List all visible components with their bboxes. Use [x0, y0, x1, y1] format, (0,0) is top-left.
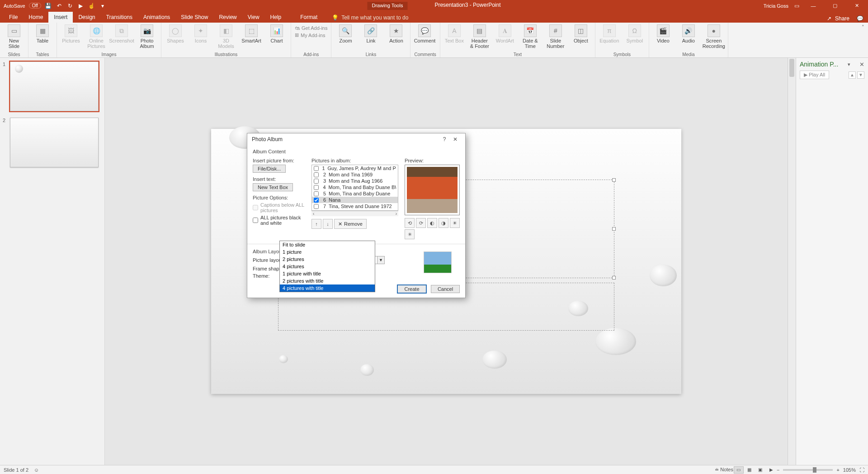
save-icon[interactable]: 💾: [45, 2, 52, 9]
move-up-icon[interactable]: ▲: [849, 71, 856, 79]
collapse-ribbon-icon[interactable]: ˄: [862, 24, 864, 30]
comments-pane-icon[interactable]: 💬: [857, 15, 863, 22]
pane-dropdown-icon[interactable]: ▾: [848, 62, 850, 67]
list-item-checkbox[interactable]: [314, 191, 319, 196]
list-item-checkbox[interactable]: [314, 198, 319, 203]
list-item[interactable]: 1Guy, James P, Audrey M and Paul M Coll: [312, 165, 398, 171]
zoom-slider[interactable]: [783, 469, 833, 471]
move-down-icon[interactable]: ▼: [857, 71, 864, 79]
move-up-button[interactable]: ↑: [311, 219, 321, 229]
notes-button[interactable]: ≐ Notes: [715, 467, 733, 473]
close-button[interactable]: ✕: [848, 0, 865, 11]
minimize-button[interactable]: —: [805, 0, 822, 11]
tab-animations[interactable]: Animations: [138, 12, 175, 23]
ribbon-display-options-icon[interactable]: ▭: [793, 2, 800, 9]
slide-counter[interactable]: Slide 1 of 2: [4, 467, 28, 473]
scroll-thumb[interactable]: [789, 59, 794, 77]
list-item-checkbox[interactable]: [314, 204, 319, 209]
shapes-button[interactable]: ◯Shapes: [165, 24, 186, 43]
my-addins-button[interactable]: ⊞My Add-ins: [295, 32, 327, 38]
zoom-slider-thumb[interactable]: [813, 467, 816, 473]
dropdown-option[interactable]: 4 pictures: [280, 263, 375, 270]
tell-me-search[interactable]: 💡 Tell me what you want to do: [327, 13, 413, 23]
audio-button[interactable]: 🔊Audio: [678, 24, 699, 43]
zoom-in-icon[interactable]: +: [836, 467, 839, 473]
fit-to-window-icon[interactable]: ⛶: [859, 467, 864, 473]
qat-customize-icon[interactable]: ▾: [99, 2, 106, 9]
list-item-checkbox[interactable]: [314, 172, 319, 177]
cancel-button[interactable]: Cancel: [431, 285, 460, 293]
link-button[interactable]: 🔗Link: [360, 24, 381, 43]
rotate-left-icon[interactable]: ⟲: [405, 218, 415, 228]
undo-icon[interactable]: ↶: [56, 2, 63, 9]
comment-button[interactable]: 💬Comment: [414, 24, 435, 43]
scroll-left-icon[interactable]: ‹: [313, 211, 314, 216]
autosave-toggle[interactable]: Off: [29, 3, 41, 9]
move-down-button[interactable]: ↓: [323, 219, 333, 229]
vertical-scrollbar[interactable]: [788, 58, 796, 465]
chevron-down-icon[interactable]: ▼: [377, 256, 384, 264]
list-item[interactable]: 7Tina, Steve and Duane 1972: [312, 203, 398, 209]
tab-transitions[interactable]: Transitions: [101, 12, 138, 23]
dialog-close-button[interactable]: ✕: [450, 136, 461, 142]
slide-thumbnail-2[interactable]: [10, 118, 99, 167]
zoom-button[interactable]: 🔍Zoom: [335, 24, 356, 43]
zoom-out-icon[interactable]: −: [777, 467, 779, 473]
tab-format[interactable]: Format: [295, 12, 323, 23]
list-item-checkbox[interactable]: [314, 179, 319, 184]
tab-insert[interactable]: Insert: [48, 12, 73, 23]
get-addins-button[interactable]: 🛍Get Add-ins: [295, 25, 327, 31]
icons-button[interactable]: ✦Icons: [190, 24, 211, 43]
reading-view-icon[interactable]: ▣: [755, 466, 765, 474]
tab-file[interactable]: File: [4, 12, 23, 23]
remove-button[interactable]: ✕Remove: [334, 219, 367, 229]
dropdown-option[interactable]: 2 pictures with title: [280, 277, 375, 284]
pictures-list[interactable]: 1Guy, James P, Audrey M and Paul M Coll2…: [311, 165, 398, 211]
new-slide-button[interactable]: ▭New Slide: [4, 24, 24, 49]
dialog-help-button[interactable]: ?: [439, 136, 450, 142]
contrast-up-icon[interactable]: ◐: [427, 218, 437, 228]
touch-mode-icon[interactable]: ☝: [88, 2, 95, 9]
rotate-right-icon[interactable]: ⟳: [416, 218, 426, 228]
date-time-button[interactable]: 📅Date & Time: [520, 24, 541, 49]
user-name[interactable]: Tricia Goss: [764, 3, 788, 9]
tab-review[interactable]: Review: [213, 12, 242, 23]
picture-layout-dropdown[interactable]: Fit to slide1 picture2 pictures4 picture…: [279, 241, 375, 292]
slideshow-view-icon[interactable]: ▶: [766, 466, 776, 474]
table-button[interactable]: ▦Table: [32, 24, 53, 43]
symbol-button[interactable]: ΩSymbol: [624, 24, 645, 43]
object-button[interactable]: ◫Object: [571, 24, 591, 43]
tab-design[interactable]: Design: [73, 12, 100, 23]
screen-recording-button[interactable]: ●Screen Recording: [703, 24, 724, 49]
3d-models-button[interactable]: ◧3D Models: [216, 24, 236, 49]
text-box-button[interactable]: AText Box: [444, 24, 465, 43]
slide-sorter-view-icon[interactable]: ▦: [745, 466, 755, 474]
photo-album-button[interactable]: 📷Photo Album: [137, 24, 157, 49]
scroll-right-icon[interactable]: ›: [396, 211, 397, 216]
share-button[interactable]: Share: [835, 15, 849, 22]
list-item[interactable]: 4Mom, Tina and Baby Duane BW: [312, 184, 398, 190]
brightness-down-icon[interactable]: ✳: [405, 229, 415, 239]
slide-number-button[interactable]: #Slide Number: [545, 24, 566, 49]
dropdown-option[interactable]: 1 picture: [280, 248, 375, 256]
equation-button[interactable]: πEquation: [599, 24, 620, 43]
contrast-down-icon[interactable]: ◑: [439, 218, 448, 228]
dropdown-option[interactable]: 2 pictures: [280, 256, 375, 263]
zoom-level[interactable]: 105%: [843, 467, 856, 473]
online-pictures-button[interactable]: 🌐Online Pictures: [86, 24, 107, 49]
smartart-button[interactable]: ⬚SmartArt: [241, 24, 262, 43]
list-item[interactable]: 6Nana: [312, 197, 398, 203]
wordart-button[interactable]: 𝐀WordArt: [495, 24, 515, 43]
tab-home[interactable]: Home: [23, 12, 48, 23]
header-footer-button[interactable]: ▤Header & Footer: [469, 24, 490, 49]
close-pane-icon[interactable]: ✕: [859, 61, 864, 68]
list-item[interactable]: 5Mom, Tina and Baby Duane: [312, 190, 398, 197]
dropdown-option[interactable]: 1 picture with title: [280, 270, 375, 277]
list-item-checkbox[interactable]: [314, 185, 319, 190]
list-item[interactable]: 2Mom and Tina 1969: [312, 171, 398, 178]
accessibility-icon[interactable]: ☺: [34, 467, 39, 473]
file-disk-button[interactable]: File/Disk...: [253, 165, 286, 173]
action-button[interactable]: ★Action: [386, 24, 406, 43]
black-white-checkbox[interactable]: [253, 218, 258, 223]
list-horizontal-scroll[interactable]: ‹›: [311, 211, 398, 216]
